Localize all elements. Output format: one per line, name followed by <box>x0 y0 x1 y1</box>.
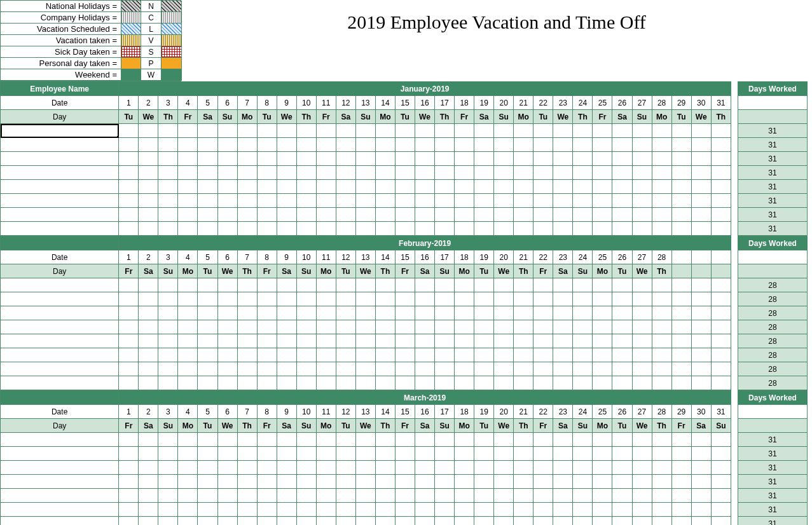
calendar-cell[interactable] <box>435 152 455 166</box>
calendar-cell[interactable] <box>395 292 415 306</box>
calendar-cell[interactable] <box>316 320 336 334</box>
calendar-cell[interactable] <box>198 166 217 180</box>
calendar-cell[interactable] <box>691 362 711 376</box>
calendar-cell[interactable] <box>217 503 237 517</box>
calendar-cell[interactable] <box>455 475 474 489</box>
calendar-cell[interactable] <box>217 334 237 348</box>
employee-name-cell[interactable] <box>1 138 119 152</box>
calendar-cell[interactable] <box>257 208 277 222</box>
calendar-cell[interactable] <box>533 306 553 320</box>
calendar-cell[interactable] <box>691 180 711 194</box>
day-name-cell[interactable]: Sa <box>691 419 711 433</box>
calendar-cell[interactable] <box>158 433 178 447</box>
days-worked-value[interactable]: 31 <box>738 433 808 447</box>
calendar-cell[interactable] <box>395 222 415 236</box>
employee-name-cell[interactable] <box>1 278 119 292</box>
calendar-cell[interactable] <box>139 222 158 236</box>
calendar-cell[interactable] <box>178 180 198 194</box>
date-cell[interactable]: 2 <box>139 96 158 110</box>
calendar-cell[interactable] <box>296 517 316 526</box>
calendar-cell[interactable] <box>612 517 632 526</box>
calendar-cell[interactable] <box>652 517 671 526</box>
calendar-cell[interactable] <box>119 475 139 489</box>
day-name-cell[interactable]: Sa <box>553 264 573 278</box>
calendar-cell[interactable] <box>632 222 652 236</box>
date-cell[interactable]: 25 <box>593 96 612 110</box>
calendar-cell[interactable] <box>178 447 198 461</box>
days-worked-value[interactable]: 31 <box>738 517 808 526</box>
calendar-cell[interactable] <box>652 278 671 292</box>
day-name-cell[interactable]: We <box>139 110 158 124</box>
calendar-cell[interactable] <box>375 222 395 236</box>
calendar-cell[interactable] <box>533 447 553 461</box>
calendar-cell[interactable] <box>671 433 691 447</box>
calendar-cell[interactable] <box>237 152 257 166</box>
calendar-cell[interactable] <box>553 138 573 152</box>
calendar-cell[interactable] <box>415 461 434 475</box>
calendar-cell[interactable] <box>257 362 277 376</box>
calendar-cell[interactable] <box>217 222 237 236</box>
calendar-cell[interactable] <box>474 489 494 503</box>
calendar-cell[interactable] <box>119 222 139 236</box>
calendar-cell[interactable] <box>533 489 553 503</box>
calendar-cell[interactable] <box>593 348 612 362</box>
calendar-cell[interactable] <box>415 320 434 334</box>
calendar-cell[interactable] <box>711 362 731 376</box>
calendar-cell[interactable] <box>691 278 711 292</box>
calendar-cell[interactable] <box>375 362 395 376</box>
calendar-cell[interactable] <box>691 222 711 236</box>
employee-name-cell[interactable] <box>1 320 119 334</box>
calendar-cell[interactable] <box>435 503 455 517</box>
day-name-cell[interactable]: Tu <box>612 264 632 278</box>
calendar-cell[interactable] <box>277 461 296 475</box>
calendar-cell[interactable] <box>119 292 139 306</box>
calendar-cell[interactable] <box>296 194 316 208</box>
calendar-cell[interactable] <box>257 278 277 292</box>
calendar-cell[interactable] <box>336 138 355 152</box>
calendar-cell[interactable] <box>593 222 612 236</box>
calendar-cell[interactable] <box>711 222 731 236</box>
calendar-cell[interactable] <box>711 461 731 475</box>
calendar-cell[interactable] <box>494 194 514 208</box>
day-name-cell[interactable]: Fr <box>455 110 474 124</box>
calendar-cell[interactable] <box>573 461 593 475</box>
calendar-cell[interactable] <box>632 124 652 138</box>
calendar-cell[interactable] <box>612 292 632 306</box>
date-cell[interactable]: 12 <box>336 405 355 419</box>
day-name-cell[interactable]: Th <box>711 110 731 124</box>
calendar-cell[interactable] <box>691 348 711 362</box>
calendar-cell[interactable] <box>198 180 217 194</box>
calendar-cell[interactable] <box>514 348 533 362</box>
date-cell[interactable]: 3 <box>158 96 178 110</box>
calendar-cell[interactable] <box>217 461 237 475</box>
day-name-cell[interactable]: Fr <box>671 419 691 433</box>
calendar-cell[interactable] <box>415 306 434 320</box>
days-worked-blank2[interactable] <box>738 110 808 124</box>
calendar-cell[interactable] <box>455 292 474 306</box>
calendar-cell[interactable] <box>296 208 316 222</box>
calendar-cell[interactable] <box>455 278 474 292</box>
calendar-cell[interactable] <box>178 138 198 152</box>
day-name-cell[interactable]: Th <box>652 419 671 433</box>
calendar-cell[interactable] <box>237 376 257 390</box>
calendar-cell[interactable] <box>198 503 217 517</box>
calendar-cell[interactable] <box>415 152 434 166</box>
calendar-cell[interactable] <box>632 517 652 526</box>
calendar-cell[interactable] <box>691 334 711 348</box>
day-name-cell[interactable] <box>691 264 711 278</box>
calendar-cell[interactable] <box>514 208 533 222</box>
calendar-cell[interactable] <box>612 503 632 517</box>
calendar-cell[interactable] <box>474 124 494 138</box>
days-worked-value[interactable]: 28 <box>738 278 808 292</box>
calendar-cell[interactable] <box>395 447 415 461</box>
employee-name-cell[interactable] <box>1 152 119 166</box>
calendar-cell[interactable] <box>573 138 593 152</box>
calendar-cell[interactable] <box>139 208 158 222</box>
calendar-cell[interactable] <box>217 292 237 306</box>
calendar-cell[interactable] <box>178 475 198 489</box>
calendar-cell[interactable] <box>455 222 474 236</box>
calendar-cell[interactable] <box>612 208 632 222</box>
calendar-cell[interactable] <box>533 475 553 489</box>
calendar-cell[interactable] <box>514 475 533 489</box>
calendar-cell[interactable] <box>237 292 257 306</box>
